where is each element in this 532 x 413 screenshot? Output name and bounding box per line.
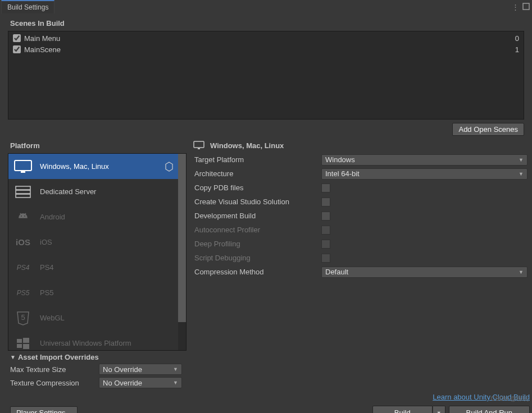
build-and-run-button[interactable]: Build And Run	[449, 406, 530, 413]
platform-item-standalone[interactable]: Windows, Mac, Linux	[8, 154, 179, 179]
svg-rect-13	[194, 141, 204, 148]
autoconnect-checkbox	[321, 226, 330, 235]
chevron-down-icon: ▼	[519, 269, 524, 275]
disclosure-triangle-icon: ▼	[10, 354, 16, 360]
autoconnect-label: Autoconnect Profiler	[193, 226, 321, 234]
chevron-down-icon: ▼	[519, 171, 524, 177]
svg-rect-14	[198, 148, 200, 149]
learn-cloud-build-link[interactable]: Learn about Unity Cloud Build	[433, 393, 530, 401]
script-debug-checkbox	[321, 254, 330, 263]
unity-badge-icon	[164, 162, 174, 172]
asset-import-overrides-header[interactable]: ▼ Asset Import Overrides	[10, 353, 522, 361]
texture-compression-dropdown[interactable]: No Override ▼	[99, 377, 182, 388]
svg-point-6	[21, 215, 22, 217]
platform-item-label: Windows, Mac, Linux	[40, 162, 109, 171]
deep-profiling-label: Deep Profiling	[193, 240, 321, 248]
android-icon	[13, 209, 33, 226]
svg-rect-10	[23, 338, 29, 343]
scenes-list[interactable]: Main Menu 0 MainScene 1	[8, 31, 524, 120]
svg-text:5: 5	[21, 313, 25, 322]
svg-rect-0	[523, 3, 529, 10]
scene-checkbox[interactable]	[13, 45, 21, 53]
max-texture-label: Max Texture Size	[10, 365, 99, 374]
server-icon	[13, 183, 33, 200]
svg-rect-9	[17, 339, 22, 343]
platform-item-label: WebGL	[40, 314, 65, 322]
platform-scrollbar[interactable]	[178, 154, 186, 350]
platform-list: Windows, Mac, Linux Dedicated Server	[8, 153, 187, 351]
script-debug-label: Script Debugging	[193, 254, 321, 262]
platform-header: Platform	[8, 138, 187, 153]
svg-rect-4	[16, 190, 30, 194]
svg-rect-3	[16, 186, 30, 190]
platform-item-uwp[interactable]: Universal Windows Platform	[8, 331, 179, 350]
titlebar: Build Settings ⋮	[0, 0, 532, 13]
platform-item-ps4[interactable]: PS4 PS4	[8, 255, 179, 280]
chevron-down-icon: ▼	[173, 380, 178, 386]
vs-sln-checkbox[interactable]	[321, 198, 330, 206]
platform-item-dedicated-server[interactable]: Dedicated Server	[8, 179, 179, 204]
build-dropdown-arrow[interactable]: ▼	[433, 406, 445, 413]
svg-point-7	[24, 215, 25, 217]
scene-index: 1	[515, 45, 519, 54]
platform-item-label: PS5	[40, 288, 54, 297]
player-settings-button[interactable]: Player Settings...	[10, 406, 78, 413]
svg-rect-5	[16, 194, 30, 198]
kebab-icon[interactable]: ⋮	[512, 3, 519, 11]
scene-row[interactable]: MainScene 1	[10, 44, 522, 55]
architecture-label: Architecture	[193, 169, 321, 178]
vs-sln-label: Create Visual Studio Solution	[193, 198, 321, 206]
scene-row[interactable]: Main Menu 0	[10, 33, 522, 44]
platform-item-label: PS4	[40, 263, 54, 272]
platform-item-ios[interactable]: iOS iOS	[8, 230, 179, 255]
compression-dropdown[interactable]: Default ▼	[321, 267, 528, 278]
svg-rect-1	[15, 160, 31, 171]
platform-item-label: Universal Windows Platform	[40, 339, 131, 347]
scenes-in-build-header: Scenes In Build	[0, 17, 532, 30]
dev-build-checkbox[interactable]	[321, 212, 330, 221]
scene-index: 0	[515, 34, 519, 43]
copy-pdb-checkbox[interactable]	[321, 183, 330, 192]
texture-compression-label: Texture Compression	[10, 379, 99, 387]
platform-item-label: Dedicated Server	[40, 187, 96, 196]
platform-item-label: Android	[40, 213, 65, 221]
target-platform-label: Target Platform	[193, 155, 321, 164]
compression-label: Compression Method	[193, 268, 321, 276]
svg-rect-12	[23, 344, 29, 349]
chevron-down-icon: ▼	[519, 157, 524, 163]
platform-item-android[interactable]: Android	[8, 204, 179, 230]
platform-item-label: iOS	[40, 238, 52, 246]
platform-item-ps5[interactable]: PS5 PS5	[8, 280, 179, 305]
target-platform-dropdown[interactable]: Windows ▼	[321, 154, 528, 166]
maximize-icon[interactable]	[522, 3, 530, 11]
copy-pdb-label: Copy PDB files	[193, 183, 321, 192]
ps5-icon: PS5	[13, 284, 33, 301]
deep-profiling-checkbox	[321, 240, 330, 249]
scene-checkbox[interactable]	[13, 34, 21, 42]
svg-rect-2	[21, 171, 25, 173]
architecture-dropdown[interactable]: Intel 64-bit ▼	[321, 168, 528, 180]
max-texture-dropdown[interactable]: No Override ▼	[99, 364, 182, 375]
monitor-icon	[13, 158, 33, 175]
svg-rect-11	[17, 344, 22, 348]
webgl-icon: 5	[13, 310, 33, 327]
ps4-icon: PS4	[13, 259, 33, 276]
build-settings-tab[interactable]: Build Settings	[1, 0, 54, 13]
chevron-down-icon: ▼	[173, 366, 178, 372]
scrollbar-thumb[interactable]	[178, 154, 186, 322]
dev-build-label: Development Build	[193, 212, 321, 220]
scene-label: MainScene	[24, 45, 61, 54]
build-button[interactable]: Build	[372, 406, 433, 413]
ios-icon: iOS	[13, 234, 33, 251]
uwp-icon	[13, 335, 33, 351]
settings-header: Windows, Mac, Linux	[193, 138, 530, 153]
scene-label: Main Menu	[24, 34, 60, 43]
settings-header-label: Windows, Mac, Linux	[210, 141, 284, 150]
add-open-scenes-button[interactable]: Add Open Scenes	[452, 123, 524, 136]
platform-item-webgl[interactable]: 5 WebGL	[8, 305, 179, 331]
monitor-icon	[193, 141, 204, 150]
